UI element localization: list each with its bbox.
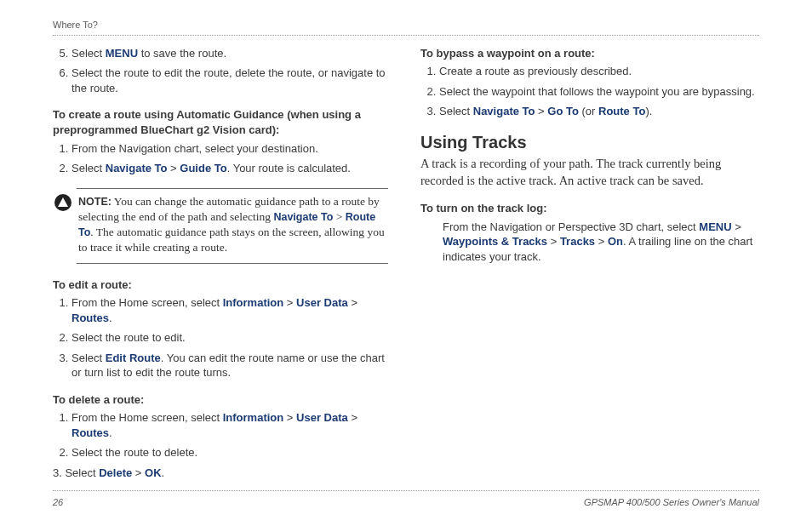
ui-menu: MENU <box>106 47 138 60</box>
section-using-tracks: Using Tracks <box>420 131 759 154</box>
bp-step-1: Create a route as previously described. <box>439 64 759 79</box>
text: To create a route using Automatic Guidan… <box>53 108 361 121</box>
tracklog-body: From the Navigation or Perspective 3D ch… <box>443 220 759 265</box>
text: Select <box>71 352 106 364</box>
text: Select the route to edit the route, dele… <box>71 66 386 94</box>
bypass-head: To bypass a waypoint on a route: <box>420 46 759 61</box>
gt: > <box>595 235 608 248</box>
text: to save the route. <box>138 47 226 60</box>
page-footer: 26 GPSMAP 400/500 Series Owner's Manual <box>53 490 759 509</box>
text: . The automatic guidance path stays on t… <box>78 226 385 254</box>
ui-ok: OK <box>145 466 162 479</box>
text: From the Home screen, select <box>71 411 223 424</box>
text: Select <box>439 105 473 117</box>
er-step-1: From the Home screen, select Information… <box>71 295 392 325</box>
delete-route-steps: From the Home screen, select Information… <box>53 410 392 460</box>
gt: > <box>547 235 560 248</box>
autoguide-head: To create a route using Automatic Guidan… <box>53 107 392 137</box>
text: . <box>109 426 112 439</box>
step-5: Select MENU to save the route. <box>71 46 392 61</box>
text: From the Navigation or Perspective 3D ch… <box>443 220 699 233</box>
ui-tracks: Tracks <box>560 235 595 248</box>
ui-navigate-to: Navigate To <box>473 105 535 117</box>
tracklog-head: To turn on the track log: <box>420 201 759 216</box>
text: Create a route as previously described. <box>439 65 632 77</box>
delete-route-head: To delete a route: <box>53 392 392 408</box>
gt: > <box>283 411 296 424</box>
edit-route-steps: From the Home screen, select Information… <box>53 295 392 380</box>
ui-navigate-to: Navigate To <box>106 162 168 174</box>
manual-page: Where To? Select MENU to save the route.… <box>0 0 812 526</box>
ui-user-data: User Data <box>296 411 348 424</box>
left-column: Select MENU to save the route. Select th… <box>53 46 392 481</box>
ui-edit-route: Edit Route <box>106 352 161 364</box>
note-lead: NOTE: <box>78 196 112 208</box>
text: . <box>109 312 112 324</box>
ui-routes: Routes <box>71 426 109 439</box>
text: . <box>162 466 165 479</box>
text: ). <box>645 105 652 117</box>
edit-route-head: To edit a route: <box>53 277 392 293</box>
text: From the Navigation chart, select your d… <box>71 142 318 155</box>
ui-route-to: Route To <box>598 105 645 117</box>
note-body: NOTE: You can change the automatic guida… <box>78 194 388 256</box>
text: . Your route is calculated. <box>227 162 351 174</box>
svg-marker-0 <box>58 197 68 207</box>
ui-navigate-to: Navigate To <box>273 211 333 223</box>
dr-step-3: 3. Select Delete > OK. <box>53 466 392 481</box>
er-step-3: Select Edit Route. You can edit the rout… <box>71 351 392 380</box>
er-step-2: Select the route to edit. <box>71 330 392 346</box>
gt: > <box>732 220 741 233</box>
bypass-steps: Create a route as previously described. … <box>420 64 759 119</box>
text: Select <box>71 162 106 174</box>
text: From the Home screen, select <box>71 296 223 309</box>
text: (or <box>579 105 598 117</box>
gt: > <box>132 466 145 479</box>
note-box: NOTE: You can change the automatic guida… <box>77 188 388 264</box>
bp-step-3: Select Navigate To > Go To (or Route To)… <box>439 104 759 119</box>
gt: > <box>167 162 180 174</box>
ui-menu: MENU <box>699 220 731 233</box>
dr-step-2: Select the route to delete. <box>71 445 392 460</box>
gt: > <box>283 296 296 309</box>
dr-step-1: From the Home screen, select Information… <box>71 410 392 440</box>
right-column: To bypass a waypoint on a route: Create … <box>420 46 759 481</box>
ui-routes: Routes <box>71 312 109 324</box>
manual-title: GPSMAP 400/500 Series Owner's Manual <box>584 496 759 509</box>
page-number: 26 <box>53 496 63 509</box>
ui-on: On <box>608 235 623 248</box>
text: 3. Select <box>53 466 99 479</box>
text: Select the waypoint that follows the way… <box>439 85 755 98</box>
ui-information: Information <box>223 296 284 309</box>
gt: > <box>333 210 345 223</box>
gt: > <box>348 296 357 309</box>
tracks-intro: A track is a recording of your path. The… <box>420 156 759 189</box>
text: Select the route to delete. <box>71 446 197 459</box>
gt: > <box>348 411 357 424</box>
ag-step-2: Select Navigate To > Guide To. Your rout… <box>71 161 392 176</box>
step-6: Select the route to edit the route, dele… <box>71 66 392 95</box>
alert-icon <box>54 194 71 211</box>
ui-waypoints-tracks: Waypoints & Tracks <box>443 235 547 248</box>
ag-step-1: From the Navigation chart, select your d… <box>71 141 392 157</box>
route-steps-continued: Select MENU to save the route. Select th… <box>53 46 392 96</box>
autoguide-steps: From the Navigation chart, select your d… <box>53 141 392 176</box>
text: Select <box>71 47 106 60</box>
ui-information: Information <box>223 411 284 424</box>
ui-go-to: Go To <box>547 105 579 117</box>
ui-user-data: User Data <box>296 296 348 309</box>
ui-guide-to: Guide To <box>180 162 226 174</box>
columns: Select MENU to save the route. Select th… <box>53 46 759 481</box>
gt: > <box>535 105 547 117</box>
text: preprogrammed BlueChart g2 Vision card): <box>53 123 279 136</box>
ui-delete: Delete <box>99 466 132 479</box>
text: Select the route to edit. <box>71 331 186 344</box>
bp-step-2: Select the waypoint that follows the way… <box>439 84 759 100</box>
running-head: Where To? <box>53 19 759 36</box>
